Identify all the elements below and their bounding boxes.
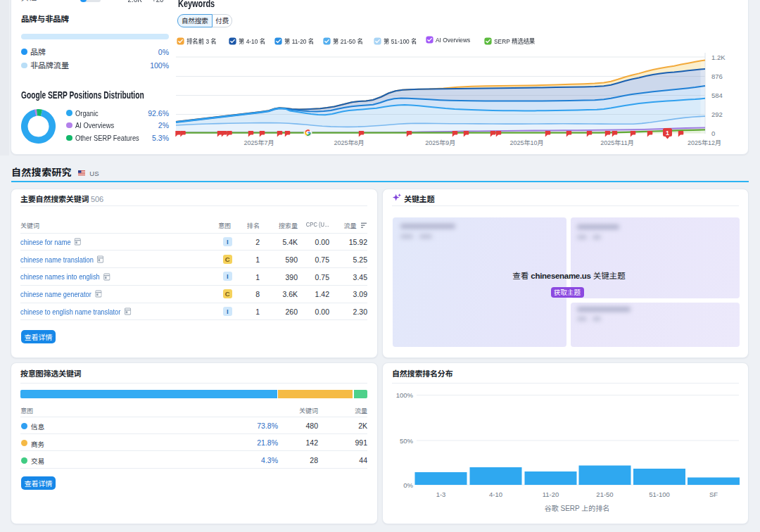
- svg-text:1-3: 1-3: [436, 490, 446, 498]
- svg-text:21-50: 21-50: [596, 490, 613, 498]
- svg-text:51-100: 51-100: [649, 490, 670, 498]
- svg-text:SF: SF: [709, 490, 718, 498]
- svg-text:100%: 100%: [396, 391, 414, 399]
- svg-text:谷歌 SERP 上的排名: 谷歌 SERP 上的排名: [545, 505, 610, 512]
- svg-text:4-10: 4-10: [489, 490, 502, 498]
- svg-text:11-20: 11-20: [543, 490, 559, 498]
- svg-text:50%: 50%: [400, 437, 414, 445]
- svg-text:0%: 0%: [403, 481, 413, 489]
